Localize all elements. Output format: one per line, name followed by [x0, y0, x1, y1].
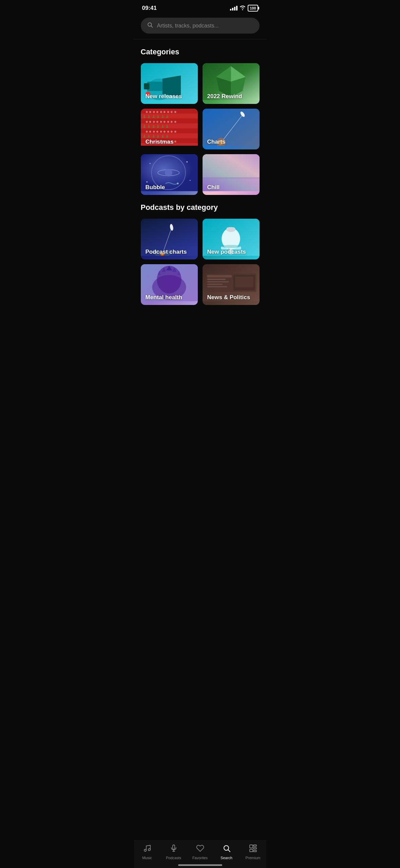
category-card-new-releases[interactable]: New releases: [141, 63, 198, 104]
card-label-news-politics: News & Politics: [207, 294, 250, 301]
svg-rect-82: [207, 286, 227, 287]
battery-icon: 100: [248, 5, 258, 12]
category-card-podcast-charts[interactable]: Podcast charts: [141, 219, 198, 259]
search-bar[interactable]: Artists, tracks, podcasts...: [141, 18, 260, 34]
categories-title: Categories: [141, 48, 260, 56]
svg-rect-78: [207, 275, 232, 277]
categories-section: Categories: [134, 39, 266, 56]
card-label-charts: Charts: [207, 139, 226, 145]
svg-point-46: [177, 183, 178, 184]
card-label-new-podcasts: New podcasts: [207, 249, 246, 255]
svg-point-42: [186, 161, 188, 163]
search-container: Artists, tracks, podcasts...: [134, 15, 266, 39]
card-label-bubble: Bubble: [146, 184, 165, 191]
svg-text:🎄 🎄 🎄 🎄 🎄 🎄: 🎄 🎄 🎄 🎄 🎄 🎄: [142, 115, 169, 119]
card-label-mental-health: Mental health: [146, 294, 183, 301]
svg-rect-84: [235, 276, 253, 287]
category-card-new-podcasts[interactable]: New podcasts: [203, 219, 260, 259]
svg-point-65: [222, 245, 240, 248]
category-card-chill[interactable]: Chill: [203, 154, 260, 195]
svg-point-43: [149, 163, 150, 164]
card-label-chill: Chill: [207, 184, 220, 191]
categories-grid: New releases: [134, 63, 266, 195]
podcasts-grid: Podcast charts: [134, 219, 266, 305]
status-time: 09:41: [142, 5, 157, 12]
svg-rect-79: [207, 279, 225, 280]
wifi-icon: [240, 5, 246, 11]
podcasts-title: Podcasts by category: [141, 203, 260, 212]
status-bar: 09:41 100: [134, 0, 266, 15]
card-label-podcast-charts: Podcast charts: [146, 249, 187, 255]
svg-text:❄ ❄ ❄ ❄ ❄ ❄ ❄ ❄ ❄: ❄ ❄ ❄ ❄ ❄ ❄ ❄ ❄ ❄: [145, 120, 176, 124]
svg-rect-80: [207, 281, 229, 283]
svg-point-41: [165, 169, 172, 177]
category-card-2022-rewind[interactable]: 2022 Rewind: [203, 63, 260, 104]
category-card-news-politics[interactable]: News & Politics: [203, 264, 260, 305]
card-label-new-releases: New releases: [146, 93, 182, 100]
status-icons: 100: [230, 5, 258, 12]
svg-text:🎄 🎄 🎄 🎄 🎄 🎄: 🎄 🎄 🎄 🎄 🎄 🎄: [142, 125, 169, 129]
svg-rect-81: [207, 284, 222, 285]
svg-point-45: [146, 181, 148, 183]
svg-rect-7: [144, 83, 149, 89]
signal-icon: [230, 6, 237, 11]
category-card-bubble[interactable]: Bubble: [141, 154, 198, 195]
svg-point-64: [226, 227, 235, 232]
search-placeholder: Artists, tracks, podcasts...: [157, 23, 219, 29]
search-icon: [147, 22, 153, 30]
svg-line-1: [151, 26, 152, 27]
svg-point-44: [189, 180, 190, 181]
card-label-2022-rewind: 2022 Rewind: [207, 93, 242, 100]
category-card-christmas[interactable]: ❄ ❄ ❄ ❄ ❄ ❄ ❄ ❄ ❄ 🎄 🎄 🎄 🎄 🎄 🎄 ❄ ❄ ❄ ❄ ❄ …: [141, 109, 198, 149]
category-card-charts[interactable]: Charts: [203, 109, 260, 149]
svg-text:🎄 🎄 🎄 🎄 🎄 🎄: 🎄 🎄 🎄 🎄 🎄 🎄: [142, 134, 169, 139]
svg-rect-48: [203, 154, 260, 179]
card-label-christmas: Christmas: [146, 139, 174, 145]
svg-text:❄ ❄ ❄ ❄ ❄ ❄ ❄ ❄ ❄: ❄ ❄ ❄ ❄ ❄ ❄ ❄ ❄ ❄: [145, 110, 176, 114]
svg-text:❄ ❄ ❄ ❄ ❄ ❄ ❄ ❄ ❄: ❄ ❄ ❄ ❄ ❄ ❄ ❄ ❄ ❄: [145, 130, 176, 133]
category-card-mental-health[interactable]: Mental health: [141, 264, 198, 305]
podcasts-section: Podcasts by category: [134, 195, 266, 212]
